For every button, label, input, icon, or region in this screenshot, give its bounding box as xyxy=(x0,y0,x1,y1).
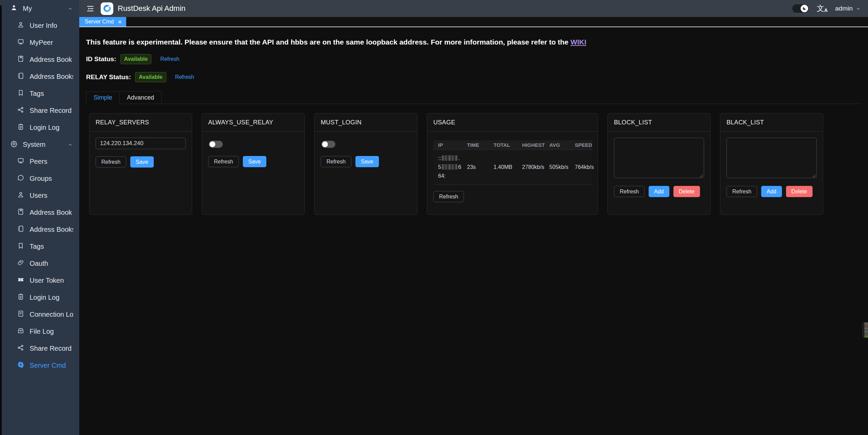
edge-panel-handle[interactable] xyxy=(863,322,868,338)
block-list-delete-button[interactable]: Delete xyxy=(673,186,700,197)
black-list-delete-button[interactable]: Delete xyxy=(786,186,813,197)
redacted-text xyxy=(442,164,457,170)
tab-simple[interactable]: Simple xyxy=(86,91,120,104)
sidebar-section-my[interactable]: My xyxy=(0,0,79,17)
user-menu[interactable]: admin xyxy=(835,5,861,12)
rustdesk-logo xyxy=(101,2,113,15)
edge-panel-bar xyxy=(864,336,868,337)
block-list-textarea-wrap xyxy=(614,138,704,179)
translate-icon[interactable]: 文A xyxy=(817,5,828,13)
notebook-icon xyxy=(17,225,24,234)
card-title: USAGE xyxy=(427,114,598,132)
sidebar-item-tags[interactable]: Tags xyxy=(0,85,79,102)
wiki-link[interactable]: WIKI xyxy=(570,38,586,46)
user-name: admin xyxy=(835,5,853,12)
relay-servers-save-button[interactable]: Save xyxy=(130,156,153,168)
sidebar-item-address-book-names[interactable]: Address Book Names xyxy=(0,204,79,221)
must-login-refresh-button[interactable]: Refresh xyxy=(321,156,351,167)
card-title: MUST_LOGIN xyxy=(315,114,417,132)
usage-ip-cell: ::.5664: xyxy=(433,150,462,185)
banner-text: This feature is experimental. Please ens… xyxy=(86,38,570,46)
id-status-refresh-link[interactable]: Refresh xyxy=(160,56,179,62)
always-use-relay-refresh-button[interactable]: Refresh xyxy=(208,156,239,167)
chevron-down-icon xyxy=(855,6,861,12)
sidebar-item-login-log[interactable]: Login Log xyxy=(0,119,79,136)
black-list-refresh-button[interactable]: Refresh xyxy=(727,186,757,197)
relay-status-label: RELAY Status: xyxy=(86,73,131,81)
app-title: RustDesk Api Admin xyxy=(118,4,185,13)
sidebar-item-file-log[interactable]: File Log xyxy=(0,323,79,340)
link-icon xyxy=(17,259,24,268)
document-icon xyxy=(17,310,24,319)
menu-fold-icon[interactable] xyxy=(85,3,96,14)
sidebar-item-address-book-name[interactable]: Address Book Name xyxy=(0,51,79,68)
edge-panel-bar xyxy=(864,334,868,334)
sidebar-item-share-record[interactable]: Share Record xyxy=(0,102,79,119)
tab-label: Server Cmd xyxy=(85,19,114,25)
sidebar-section-system[interactable]: System xyxy=(0,136,79,153)
sidebar-item-groups[interactable]: Groups xyxy=(0,170,79,187)
edge-panel-bar xyxy=(864,328,868,329)
card-black-list: BLACK_LIST Refresh Add Delete xyxy=(720,113,823,215)
sidebar-item-user-token[interactable]: User Token xyxy=(0,272,79,289)
block-list-add-button[interactable]: Add xyxy=(649,186,669,197)
sidebar-item-peers[interactable]: Peers xyxy=(0,153,79,170)
bookmark-icon xyxy=(17,89,24,98)
person-icon xyxy=(17,21,24,30)
sidebar-item-login-log-2[interactable]: Login Log xyxy=(0,289,79,306)
sidebar-item-users[interactable]: Users xyxy=(0,187,79,204)
settings-cards: RELAY_SERVERS Refresh Save ALWAYS_USE_RE… xyxy=(89,113,861,215)
card-title: RELAY_SERVERS xyxy=(89,114,192,132)
sidebar-item-user-info[interactable]: User Info xyxy=(0,17,79,34)
gear-outline-icon xyxy=(10,140,18,149)
must-login-save-button[interactable]: Save xyxy=(355,156,379,167)
sidebar-item-server-cmd[interactable]: Server Cmd xyxy=(0,357,79,374)
sidebar-item-address-books-2[interactable]: Address Books xyxy=(0,221,79,238)
close-icon[interactable]: ✕ xyxy=(118,19,122,24)
edge-panel-bar xyxy=(864,331,868,332)
topbar-right: 文A admin xyxy=(792,4,863,13)
page-content: This feature is experimental. Please ens… xyxy=(79,27,868,215)
id-status-label: ID Status: xyxy=(86,55,116,63)
sidebar-item-share-record-2[interactable]: Share Record xyxy=(0,340,79,357)
sidebar-item-connection-log[interactable]: Connection Log xyxy=(0,306,79,323)
black-list-textarea[interactable] xyxy=(727,138,817,178)
must-login-switch[interactable] xyxy=(321,141,335,148)
always-use-relay-switch[interactable] xyxy=(209,141,223,148)
screen-left-edge xyxy=(0,5,2,435)
relay-servers-input[interactable] xyxy=(96,138,186,149)
edge-panel-bar xyxy=(864,326,868,326)
sidebar: My User Info MyPeer Address Book Name xyxy=(0,0,79,435)
sidebar-menu: My User Info MyPeer Address Book Name xyxy=(0,0,79,374)
relay-servers-refresh-button[interactable]: Refresh xyxy=(96,156,126,168)
sidebar-item-address-books[interactable]: Address Books xyxy=(0,68,79,85)
clipboard-icon xyxy=(17,293,24,302)
sidebar-item-oauth[interactable]: Oauth xyxy=(0,255,79,272)
usage-refresh-button[interactable]: Refresh xyxy=(433,191,464,202)
relay-status-refresh-link[interactable]: Refresh xyxy=(175,74,194,80)
block-list-textarea[interactable] xyxy=(614,138,704,178)
relay-status-row: RELAY Status: Available Refresh xyxy=(86,72,861,82)
sidebar-item-tags-2[interactable]: Tags xyxy=(0,238,79,255)
tab-advanced[interactable]: Advanced xyxy=(120,91,162,104)
drawer-icon xyxy=(17,327,24,336)
switch-knob xyxy=(210,141,215,147)
moon-icon xyxy=(801,5,808,12)
usage-total-cell: 1.40MB xyxy=(489,150,517,185)
always-use-relay-save-button[interactable]: Save xyxy=(243,156,266,167)
person-filled-icon xyxy=(10,4,18,13)
relay-status-badge: Available xyxy=(135,72,166,82)
edge-panel-bar xyxy=(864,323,868,324)
card-relay-servers: RELAY_SERVERS Refresh Save xyxy=(89,113,192,215)
monitor-icon xyxy=(17,38,24,47)
sidebar-item-mypeer[interactable]: MyPeer xyxy=(0,34,79,51)
black-list-add-button[interactable]: Add xyxy=(761,186,782,197)
main-area: RustDesk Api Admin 文A admin Server Cmd ✕… xyxy=(79,0,868,435)
notebook-icon xyxy=(17,72,24,81)
card-title: BLACK_LIST xyxy=(720,114,823,132)
card-title: BLOCK_LIST xyxy=(608,114,710,132)
block-list-refresh-button[interactable]: Refresh xyxy=(614,186,645,197)
tab-server-cmd[interactable]: Server Cmd ✕ xyxy=(79,17,126,27)
dark-mode-toggle[interactable] xyxy=(792,4,809,13)
usage-column-header: TOTAL xyxy=(489,140,517,150)
